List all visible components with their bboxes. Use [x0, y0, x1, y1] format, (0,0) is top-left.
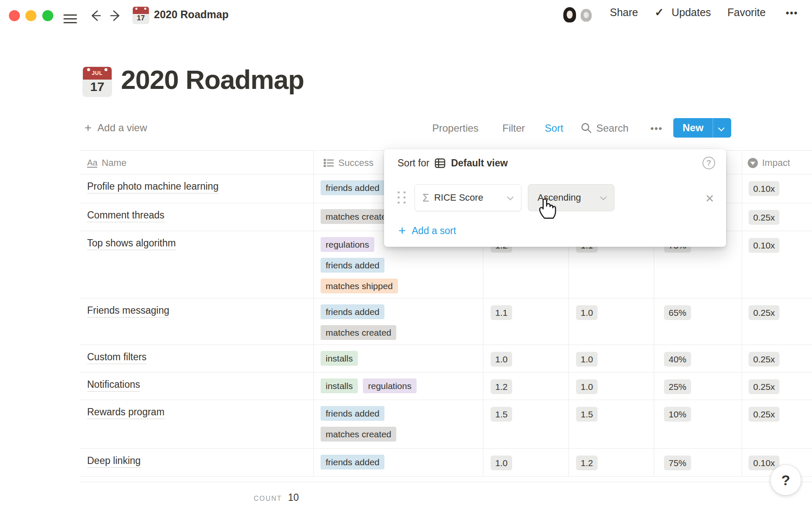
cell-value[interactable]: 1.0 — [576, 352, 598, 367]
table-footer-divider — [80, 482, 812, 482]
avatar-faded[interactable] — [579, 8, 593, 22]
cell-value[interactable]: 10% — [664, 407, 691, 422]
sort-property-select[interactable]: Σ RICE Score — [414, 184, 521, 211]
impact-value[interactable]: 0.25x — [749, 407, 779, 422]
impact-value[interactable]: 0.25x — [749, 210, 779, 225]
more-options-icon[interactable]: ••• — [786, 8, 798, 19]
row-name[interactable]: Top shows algorithm — [87, 237, 176, 249]
text-property-icon: Aa — [87, 158, 97, 168]
tag[interactable]: matches shipped — [321, 279, 398, 293]
cell-value[interactable]: 1.0 — [576, 305, 598, 320]
table-row[interactable]: Deep linking friends added 1.0 1.2 75% 0… — [80, 449, 812, 477]
page-calendar-icon-small: 17 — [133, 7, 149, 24]
window-zoom-button[interactable] — [42, 10, 53, 21]
table-view-icon — [434, 157, 446, 169]
plus-icon: + — [398, 224, 406, 238]
help-button[interactable]: ? — [771, 465, 801, 495]
favorite-button[interactable]: Favorite — [727, 6, 765, 19]
impact-value[interactable]: 0.25x — [749, 305, 779, 320]
sidebar-menu-icon[interactable] — [63, 12, 77, 26]
tag[interactable]: matches created — [321, 325, 396, 340]
cell-value[interactable]: 1.0 — [491, 352, 512, 367]
filter-button[interactable]: Filter — [502, 122, 525, 134]
sort-view-name: Default view — [451, 157, 508, 169]
breadcrumb-page-title[interactable]: 2020 Roadmap — [154, 8, 228, 21]
page-title[interactable]: 2020 Roadmap — [121, 64, 304, 95]
add-view-button[interactable]: + Add a view — [85, 121, 147, 135]
search-button[interactable]: Search — [596, 122, 628, 134]
search-icon[interactable] — [580, 122, 592, 134]
cell-value[interactable]: 65% — [664, 305, 691, 320]
tag[interactable]: regulations — [363, 378, 417, 393]
tag[interactable]: friends added — [321, 455, 384, 469]
count-footer[interactable]: COUNT 10 — [254, 492, 299, 503]
properties-button[interactable]: Properties — [432, 122, 478, 134]
drag-handle-icon[interactable] — [398, 191, 407, 205]
tag[interactable]: installs — [321, 351, 358, 366]
share-button[interactable]: Share — [610, 6, 638, 19]
updates-button[interactable]: Updates — [672, 6, 711, 19]
remove-sort-icon[interactable]: ✕ — [705, 192, 714, 205]
help-icon[interactable]: ? — [702, 157, 715, 169]
chevron-down-icon — [600, 193, 607, 200]
chevron-down-icon — [507, 193, 514, 200]
cell-value[interactable]: 1.2 — [491, 379, 512, 394]
select-icon — [748, 158, 758, 168]
tag[interactable]: friends added — [321, 406, 384, 421]
row-name[interactable]: Comment threads — [87, 210, 165, 221]
window-minimize-button[interactable] — [25, 10, 36, 21]
row-name[interactable]: Friends messaging — [87, 305, 169, 316]
sort-for-label: Sort for — [398, 157, 429, 169]
avatar[interactable] — [561, 6, 578, 23]
window-close-button[interactable] — [9, 10, 20, 21]
cell-value[interactable]: 25% — [664, 379, 691, 394]
hand-cursor — [536, 196, 558, 220]
page-calendar-icon[interactable]: JUL 17 — [83, 67, 112, 97]
table-row[interactable]: Custom filters installs 1.0 1.0 40% 0.25… — [80, 345, 812, 373]
tag[interactable]: friends added — [321, 304, 384, 319]
plus-icon: + — [85, 121, 91, 135]
column-header-success[interactable]: Success — [323, 151, 373, 175]
notion-window: 17 2020 Roadmap Share ✓ Updates Favorite… — [0, 0, 812, 508]
row-name[interactable]: Rewards program — [87, 406, 165, 418]
impact-value[interactable]: 0.10x — [749, 238, 779, 253]
sort-button[interactable]: Sort — [545, 122, 563, 134]
cell-value[interactable]: 1.0 — [491, 456, 512, 470]
row-name[interactable]: Deep linking — [87, 455, 141, 467]
tag[interactable]: matches created — [321, 427, 396, 442]
tag[interactable]: installs — [321, 378, 358, 393]
updates-check-icon: ✓ — [655, 6, 664, 19]
table-row[interactable]: Notifications installs regulations 1.2 1… — [80, 373, 812, 400]
forward-arrow-icon[interactable] — [110, 9, 122, 22]
cell-value[interactable]: 1.2 — [576, 456, 598, 470]
view-more-options-icon[interactable]: ••• — [650, 123, 663, 134]
table-row[interactable]: Rewards program friends added matches cr… — [80, 400, 812, 449]
row-name[interactable]: Notifications — [87, 379, 140, 390]
add-sort-button[interactable]: + Add a sort — [398, 224, 456, 238]
cell-value[interactable]: 1.5 — [576, 407, 598, 422]
cell-value[interactable]: 1.5 — [491, 407, 512, 422]
new-button[interactable]: New — [673, 118, 731, 138]
multi-select-icon — [323, 157, 334, 168]
row-name[interactable]: Profile photo machine learning — [87, 181, 219, 192]
impact-value[interactable]: 0.25x — [749, 352, 779, 367]
cell-value[interactable]: 1.1 — [491, 305, 512, 320]
tag[interactable]: regulations — [321, 237, 374, 252]
formula-sigma-icon: Σ — [422, 192, 429, 204]
chevron-down-icon[interactable] — [718, 124, 725, 131]
tag[interactable]: friends added — [321, 258, 384, 273]
column-header-name[interactable]: Aa Name — [87, 151, 126, 175]
impact-value[interactable]: 0.10x — [749, 181, 779, 196]
back-arrow-icon[interactable] — [89, 9, 102, 22]
column-header-impact[interactable]: Impact — [748, 151, 790, 175]
tag[interactable]: friends added — [321, 180, 384, 195]
cell-value[interactable]: 75% — [664, 456, 691, 470]
table-row[interactable]: Friends messaging friends added matches … — [80, 298, 812, 345]
cell-value[interactable]: 40% — [664, 352, 691, 367]
impact-value[interactable]: 0.10x — [749, 456, 779, 470]
impact-value[interactable]: 0.25x — [749, 379, 779, 394]
row-name[interactable]: Custom filters — [87, 351, 147, 363]
cell-value[interactable]: 1.0 — [576, 379, 598, 394]
